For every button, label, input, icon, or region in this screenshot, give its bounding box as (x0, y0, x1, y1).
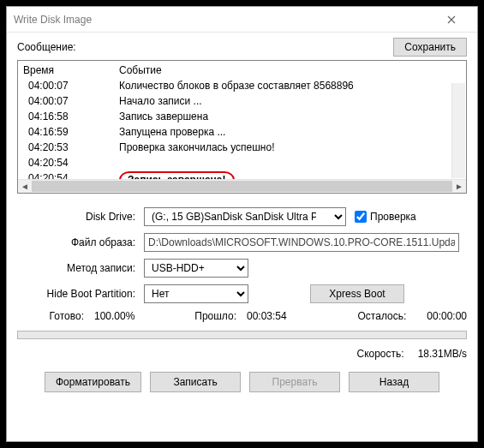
elapsed-value: 00:03:54 (247, 310, 287, 322)
log-event: Проверка закончилась успешно! (119, 140, 461, 155)
log-event: Запущена проверка ... (119, 124, 461, 140)
log-row: 04:00:07Количество блоков в образе соста… (23, 78, 461, 93)
hide-boot-select[interactable]: Нет (144, 284, 248, 303)
log-time: 04:16:58 (23, 109, 119, 124)
close-button[interactable] (433, 7, 470, 32)
back-button[interactable]: Назад (349, 372, 439, 392)
speed-value: 18.31MB/s (418, 348, 467, 360)
log-time: 04:20:53 (23, 140, 119, 155)
write-disk-image-window: Write Disk Image Сообщение: Сохранить Вр… (6, 6, 478, 442)
write-button[interactable]: Записать (150, 372, 241, 392)
ready-value: 100.00% (94, 310, 134, 322)
titlebar: Write Disk Image (7, 7, 477, 33)
progress-bar (17, 331, 467, 339)
scroll-right-arrow-icon[interactable]: ► (452, 180, 466, 193)
log-event: Начало записи ... (119, 93, 461, 109)
save-button[interactable]: Сохранить (393, 38, 467, 57)
log-column-event: Событие (119, 64, 461, 76)
write-method-select[interactable]: USB-HDD+ (144, 259, 248, 278)
hide-boot-label: Hide Boot Partition: (17, 288, 144, 300)
xpress-boot-button[interactable]: Xpress Boot (310, 284, 404, 303)
speed-label: Скорость: (356, 348, 403, 360)
log-time: 04:16:59 (23, 124, 119, 140)
image-file-input[interactable] (144, 233, 459, 252)
disk-drive-select[interactable]: (G:, 15 GB)SanDisk SanDisk Ultra PMAP (144, 207, 346, 226)
elapsed-label: Прошло: (178, 310, 247, 322)
message-label: Сообщение: (17, 41, 393, 53)
log-row: 04:16:58Запись завершена (23, 109, 461, 124)
scroll-left-arrow-icon[interactable]: ◄ (18, 180, 32, 193)
log-row: 04:20:54Запись завершена! (23, 170, 461, 179)
scroll-thumb[interactable] (32, 181, 452, 192)
log-row: 04:20:53Проверка закончилась успешно! (23, 140, 461, 155)
log-column-time: Время (23, 64, 119, 76)
format-button[interactable]: Форматировать (45, 372, 141, 392)
write-method-label: Метод записи: (17, 262, 144, 274)
log-panel: Время Событие 04:00:07Количество блоков … (17, 60, 467, 194)
log-time: 04:20:54 (23, 170, 119, 179)
window-title: Write Disk Image (14, 14, 433, 26)
log-event: Запись завершена (119, 109, 461, 124)
remaining-label: Осталось: (358, 310, 417, 322)
vertical-scrollbar[interactable] (451, 83, 465, 178)
log-time: 04:00:07 (23, 93, 119, 109)
horizontal-scrollbar[interactable]: ◄ ► (18, 179, 466, 193)
log-event: Количество блоков в образе составляет 85… (119, 78, 461, 93)
ready-label: Готово: (17, 310, 94, 322)
highlighted-event: Запись завершена! (119, 171, 235, 179)
log-row: 04:16:59Запущена проверка ... (23, 124, 461, 140)
remaining-value: 00:00:00 (416, 310, 467, 322)
log-event (119, 155, 461, 170)
log-time: 04:20:54 (23, 155, 119, 170)
log-row: 04:20:54 (23, 155, 461, 170)
log-time: 04:00:07 (23, 78, 119, 93)
disk-drive-label: Disk Drive: (17, 211, 144, 223)
verify-checkbox-text: Проверка (370, 211, 416, 223)
verify-checkbox[interactable] (355, 211, 367, 223)
log-row: 04:00:07Начало записи ... (23, 93, 461, 109)
image-file-label: Файл образа: (17, 236, 144, 248)
verify-checkbox-label[interactable]: Проверка (355, 211, 416, 223)
abort-button[interactable]: Прервать (249, 372, 340, 392)
close-icon (447, 15, 456, 24)
log-event: Запись завершена! (119, 170, 461, 179)
